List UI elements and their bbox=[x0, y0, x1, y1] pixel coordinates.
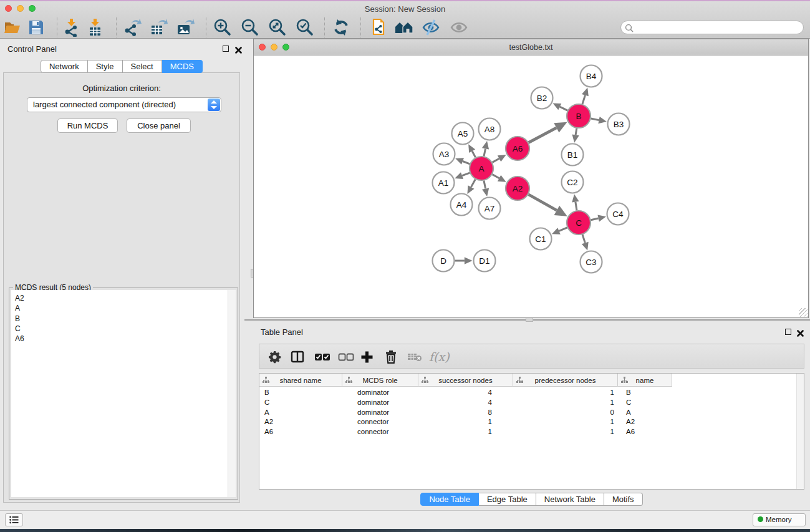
dropdown-stepper-icon[interactable] bbox=[208, 99, 220, 111]
column-header-successor-nodes[interactable]: successor nodes bbox=[418, 374, 513, 387]
tab-edge-table[interactable]: Edge Table bbox=[479, 493, 536, 506]
delete-column-icon[interactable] bbox=[385, 350, 397, 364]
memory-status-icon bbox=[758, 516, 763, 522]
export-image-icon[interactable] bbox=[176, 18, 195, 37]
table-header-row: shared nameMCDS rolesuccessor nodesprede… bbox=[259, 374, 672, 387]
edge-A-A8[interactable] bbox=[484, 148, 485, 156]
tab-mcds[interactable]: MCDS bbox=[162, 60, 203, 73]
mcds-result-item[interactable]: C bbox=[15, 324, 236, 334]
edge-C-C4[interactable] bbox=[591, 218, 599, 220]
deselect-all-icon[interactable] bbox=[338, 350, 354, 364]
close-table-panel-icon[interactable] bbox=[797, 328, 804, 339]
horizontal-splitter-grip[interactable] bbox=[526, 317, 533, 322]
node-label-A8: A8 bbox=[485, 125, 495, 134]
mcds-result-item[interactable]: A6 bbox=[15, 334, 236, 344]
export-network-icon[interactable] bbox=[123, 18, 142, 37]
import-network-icon[interactable] bbox=[62, 18, 81, 37]
edge-B-B4[interactable] bbox=[582, 95, 585, 104]
float-table-panel-icon[interactable] bbox=[785, 329, 791, 335]
tab-select[interactable]: Select bbox=[123, 60, 162, 73]
edge-arrowhead-icon bbox=[482, 188, 489, 196]
save-session-icon[interactable] bbox=[27, 18, 46, 37]
zoom-selected-icon[interactable] bbox=[296, 18, 314, 37]
optimization-criterion-dropdown[interactable]: largest connected component (directed) bbox=[27, 97, 221, 112]
select-all-icon[interactable] bbox=[314, 350, 330, 364]
run-mcds-button[interactable]: Run MCDS bbox=[57, 118, 118, 133]
close-panel-button[interactable]: Close panel bbox=[127, 118, 191, 133]
column-header-name[interactable]: name bbox=[618, 374, 672, 387]
close-panel-icon[interactable] bbox=[235, 45, 242, 56]
edge-A-A2[interactable] bbox=[493, 175, 499, 178]
table-cell: dominator bbox=[342, 398, 418, 408]
edge-B-B2[interactable] bbox=[560, 107, 567, 110]
resize-grip-icon[interactable] bbox=[799, 308, 808, 317]
show-eye-icon[interactable] bbox=[450, 18, 468, 37]
node-label-C1: C1 bbox=[535, 235, 546, 244]
node-label-A1: A1 bbox=[438, 178, 449, 188]
edge-A-A3[interactable] bbox=[463, 161, 470, 163]
list-scrollbar[interactable] bbox=[228, 290, 236, 497]
gear-icon[interactable] bbox=[268, 350, 281, 364]
edge-C-C1[interactable] bbox=[559, 228, 567, 231]
table-cell: dominator bbox=[342, 408, 418, 418]
table-row[interactable]: A6connector11A6 bbox=[259, 427, 672, 437]
open-file-icon[interactable] bbox=[3, 18, 22, 37]
import-table-icon[interactable] bbox=[86, 18, 105, 37]
tab-network[interactable]: Network bbox=[41, 60, 88, 73]
table-cell: A6 bbox=[618, 427, 672, 437]
destroy-table-icon bbox=[407, 350, 422, 364]
refresh-icon[interactable] bbox=[332, 18, 350, 37]
table-cell: C bbox=[618, 398, 672, 408]
edge-A-A4[interactable] bbox=[471, 180, 476, 187]
edge-B-B1[interactable] bbox=[576, 128, 577, 135]
search-input[interactable] bbox=[620, 21, 804, 34]
mcds-result-item[interactable]: B bbox=[15, 314, 236, 324]
tab-motifs[interactable]: Motifs bbox=[604, 493, 643, 506]
task-history-button[interactable] bbox=[5, 513, 23, 526]
zoom-in-icon[interactable] bbox=[213, 18, 232, 37]
edge-A6-B[interactable] bbox=[529, 128, 557, 143]
table-cell: 1 bbox=[513, 388, 618, 398]
mcds-result-item[interactable]: A bbox=[15, 303, 236, 313]
tab-network-table[interactable]: Network Table bbox=[536, 493, 604, 506]
table-cell: 8 bbox=[418, 408, 513, 418]
split-table-icon[interactable] bbox=[291, 350, 304, 364]
new-network-icon[interactable] bbox=[369, 18, 388, 37]
edge-B-B3[interactable] bbox=[591, 118, 599, 120]
network-window-titlebar[interactable]: testGlobe.txt bbox=[254, 39, 808, 56]
export-table-icon[interactable] bbox=[149, 18, 168, 37]
edge-A2-C[interactable] bbox=[528, 195, 556, 210]
table-cell: A bbox=[618, 408, 672, 418]
table-scrollbar[interactable] bbox=[796, 374, 804, 489]
edge-arrowhead-icon bbox=[465, 257, 473, 264]
column-header-predecessor-nodes[interactable]: predecessor nodes bbox=[513, 374, 618, 387]
edge-A-A7[interactable] bbox=[484, 181, 486, 189]
edge-A-A5[interactable] bbox=[472, 151, 475, 157]
tab-node-table[interactable]: Node Table bbox=[420, 493, 479, 506]
table-cell: A2 bbox=[618, 417, 672, 427]
tab-style[interactable]: Style bbox=[88, 60, 123, 73]
table-toolbar: f(x) bbox=[259, 344, 804, 369]
home-icon[interactable] bbox=[395, 18, 413, 37]
edge-C-C2[interactable] bbox=[576, 202, 577, 211]
network-canvas[interactable]: AA1A2A3A4A5A6A7A8BB1B2B3B4CC1C2C3C4DD1 bbox=[254, 56, 808, 317]
add-column-icon[interactable] bbox=[360, 350, 374, 364]
table-cell: C bbox=[259, 398, 342, 408]
table-row[interactable]: Adominator80A bbox=[259, 408, 672, 418]
zoom-fit-icon[interactable] bbox=[268, 18, 287, 37]
node-label-B3: B3 bbox=[614, 120, 624, 129]
memory-button[interactable]: Memory bbox=[753, 513, 806, 526]
float-panel-icon[interactable] bbox=[223, 46, 229, 52]
edge-arrowhead-icon bbox=[482, 141, 489, 149]
mcds-result-item[interactable]: A2 bbox=[15, 293, 236, 303]
column-header-MCDS-role[interactable]: MCDS role bbox=[342, 374, 418, 387]
hide-eye-icon[interactable] bbox=[422, 18, 440, 37]
table-row[interactable]: A2connector11A2 bbox=[259, 417, 672, 427]
zoom-out-icon[interactable] bbox=[241, 18, 259, 37]
table-row[interactable]: Cdominator41C bbox=[259, 398, 672, 408]
column-header-shared-name[interactable]: shared name bbox=[259, 374, 342, 387]
edge-A-A1[interactable] bbox=[462, 173, 470, 176]
edge-C-C3[interactable] bbox=[582, 235, 585, 243]
table-row[interactable]: Bdominator41B bbox=[259, 388, 672, 398]
edge-A-A6[interactable] bbox=[493, 158, 499, 162]
